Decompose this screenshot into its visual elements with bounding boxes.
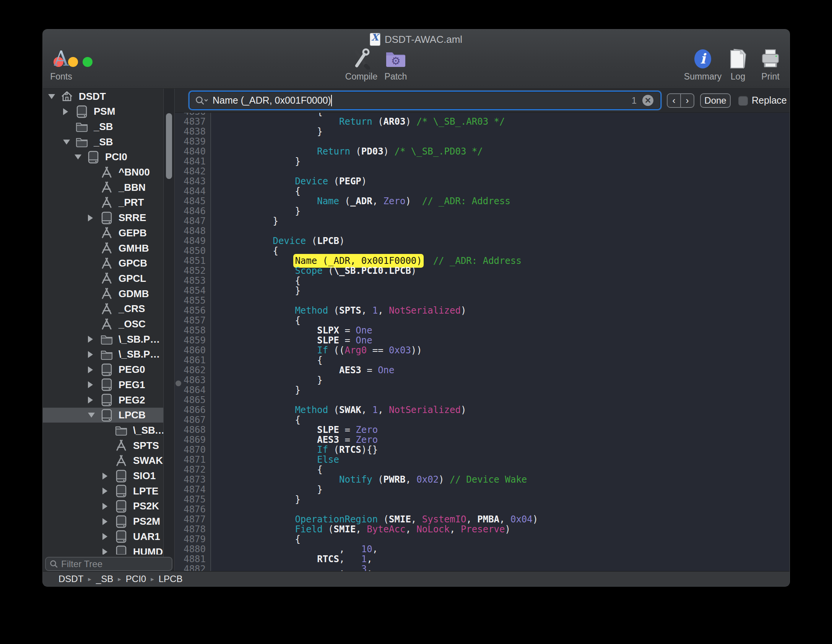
tree-item-label: SPTS [133,440,159,452]
tree-item-SB[interactable]: _SB [43,119,163,134]
code-line: 4864 } [175,385,790,395]
method-icon [100,242,113,255]
home-icon [60,90,73,103]
tree-item-PCI0[interactable]: PCI0 [43,150,163,164]
folder-icon [75,120,88,133]
breadcrumb-item[interactable]: PCI0 [126,574,146,584]
code-line: 4865 [175,395,790,405]
find-previous-button[interactable]: ‹ [668,94,681,107]
disclosure-triangle[interactable] [88,351,93,358]
disclosure-triangle[interactable] [88,215,93,221]
line-number: 4877 [175,514,210,524]
tree-item-LPTE[interactable]: LPTE [43,484,163,499]
toolbar-button-print[interactable]: Print [746,48,790,81]
line-number: 4859 [175,335,210,345]
disclosure-triangle[interactable] [88,336,93,343]
tree-item-BBN[interactable]: _BBN [43,180,163,195]
filter-tree-field[interactable]: Filter Tree [45,557,172,571]
disclosure-triangle[interactable] [102,533,107,540]
code-line: 4861 { [175,355,790,365]
tree-item-PEG1[interactable]: PEG1 [43,377,163,392]
disclosure-triangle[interactable] [102,518,107,525]
tree-item-PRT[interactable]: _PRT [43,195,163,210]
tree-item-label: _BBN [119,182,146,194]
tree-item-SBP[interactable]: \_SB.P… [43,347,163,362]
tree-item-SB[interactable]: _SB [43,135,163,150]
disclosure-triangle[interactable] [102,503,107,510]
split-handle-dot[interactable] [176,381,181,386]
line-number: 4869 [175,435,210,445]
sidebar-scrollbar-track [163,89,175,571]
tree-item-SPTS[interactable]: SPTS [43,438,163,453]
device-icon [115,500,128,513]
disclosure-triangle[interactable] [102,488,107,494]
folder-icon [100,348,113,361]
breadcrumb-item[interactable]: DSDT [58,574,83,584]
search-menu-icon[interactable] [195,96,208,106]
code-line: 4859 SLPE = One [175,335,790,345]
tree-item-LPCB[interactable]: LPCB [43,408,163,423]
tree-item-SIO1[interactable]: SIO1 [43,468,163,483]
disclosure-triangle[interactable] [75,154,81,159]
code-line: 4857 { [175,315,790,325]
code-line: 4852 Scope (\_SB.PCI0.LPCB) [175,266,790,276]
disclosure-triangle[interactable] [63,108,68,115]
tree-item-PEG0[interactable]: PEG0 [43,362,163,377]
disclosure-triangle[interactable] [102,548,107,555]
tree-item-GPCB[interactable]: GPCB [43,256,163,271]
tree-item-SRRE[interactable]: SRRE [43,210,163,225]
code-line: 4876 [175,504,790,514]
tree-item-DSDT[interactable]: DSDT [43,89,163,104]
printer-icon [760,48,781,70]
clear-search-button[interactable]: ✕ [642,95,653,106]
tree-item-HUMD[interactable]: HUMD [43,545,163,555]
disclosure-triangle[interactable] [88,397,93,403]
line-number: 4840 [175,146,210,156]
find-next-button[interactable]: › [681,94,694,107]
info-icon: i [693,48,712,70]
tree-item-PEG2[interactable]: PEG2 [43,393,163,408]
code-editor[interactable]: 4836 {4837 Return (AR03) /* \_SB_.AR03 *… [175,113,790,571]
tree-item-PSM[interactable]: PSM [43,104,163,119]
tree-item-CRS[interactable]: _CRS [43,301,163,316]
disclosure-triangle[interactable] [88,381,93,388]
tree-item-BN00[interactable]: ^BN00 [43,165,163,180]
find-nav-control: ‹ › [667,93,694,108]
tree-item-SBP[interactable]: \_SB.P… [43,332,163,347]
tree-item-GDMB[interactable]: GDMB [43,286,163,301]
line-number: 4845 [175,196,210,206]
replace-checkbox[interactable] [738,96,748,106]
tree-item-UAR1[interactable]: UAR1 [43,529,163,544]
app-window: X DSDT-AWAC.aml A Fonts Compile [43,29,790,586]
line-number: 4882 [175,564,210,571]
breadcrumb-item[interactable]: _SB [96,574,113,584]
folder-icon [115,424,128,437]
disclosure-triangle[interactable] [88,413,95,418]
tree-item-PS2K[interactable]: PS2K [43,499,163,514]
line-number: 4879 [175,534,210,544]
tree-item-SWAK[interactable]: SWAK [43,453,163,468]
search-input[interactable]: Name (_ADR, 0x001F0000) 1 ✕ [188,91,661,110]
disclosure-triangle[interactable] [88,366,93,373]
disclosure-triangle[interactable] [48,94,55,99]
toolbar-button-patch[interactable]: ⚙ Patch [371,48,421,81]
breadcrumb-separator: ▸ [151,575,154,583]
tree-item-GMHB[interactable]: GMHB [43,241,163,256]
line-number: 4864 [175,385,210,395]
tree-item-label: \_SB.P… [119,348,160,360]
code-line: 4880 , 10, [175,544,790,554]
disclosure-triangle[interactable] [63,140,70,145]
line-number: 4876 [175,504,210,514]
tree-item-SB[interactable]: \_SB.… [43,423,163,438]
toolbar-button-fonts[interactable]: A Fonts [43,48,86,81]
tree-item-GPCL[interactable]: GPCL [43,271,163,286]
tree-item-OSC[interactable]: _OSC [43,317,163,332]
tree-item-GEPB[interactable]: GEPB [43,226,163,241]
sidebar-scrollbar-thumb[interactable] [166,113,172,179]
tree-item-PS2M[interactable]: PS2M [43,514,163,529]
code-line: 4875 } [175,494,790,504]
disclosure-triangle[interactable] [102,473,107,480]
device-icon [87,151,100,164]
done-button[interactable]: Done [700,93,731,108]
breadcrumb-item[interactable]: LPCB [159,574,183,584]
